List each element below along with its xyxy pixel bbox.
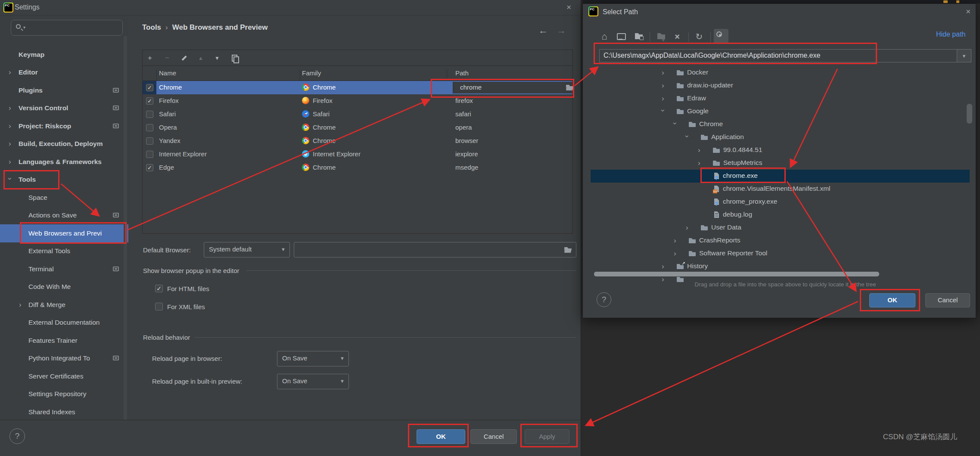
sidebar-item-external-documentation[interactable]: External Documentation (0, 314, 128, 332)
sidebar-item-project-riskcop[interactable]: ›Project: Riskcop (0, 117, 128, 135)
help-button[interactable]: ? (9, 428, 25, 444)
sidebar-scrollbar[interactable] (124, 36, 127, 420)
sidebar-item-build-execution-deploym[interactable]: ›Build, Execution, Deploym (0, 135, 128, 153)
column-header-name[interactable]: Name (159, 69, 176, 77)
sidebar-item-plugins[interactable]: Plugins (0, 81, 128, 99)
tree-item-chrome-exe[interactable]: chrome.exe (591, 170, 970, 183)
sidebar-item-features-trainer[interactable]: Features Trainer (0, 332, 128, 350)
reload-preview-select[interactable]: On Save ▼ (277, 374, 349, 389)
help-button[interactable]: ? (597, 292, 611, 307)
default-browser-select[interactable]: System default ▼ (204, 242, 290, 257)
tree-item-99-0-4844-51[interactable]: ›99.0.4844.51 (591, 144, 970, 157)
chevron-right-icon[interactable]: › (674, 236, 676, 245)
tree-item-application[interactable]: ›Application (591, 131, 970, 144)
chevron-right-icon[interactable]: › (662, 94, 664, 103)
for-html-checkbox[interactable] (155, 285, 163, 292)
chevron-right-icon[interactable]: › (662, 81, 664, 90)
forward-arrow-icon[interactable]: → (557, 25, 566, 36)
sidebar-item-python-integrated-to[interactable]: Python Integrated To (0, 350, 128, 368)
new-folder-icon[interactable] (633, 31, 645, 43)
chevron-right-icon[interactable]: › (9, 122, 11, 130)
for-html-files-row[interactable]: For HTML files (155, 285, 209, 292)
chevron-right-icon[interactable]: › (9, 158, 11, 166)
sidebar-item-diff-merge[interactable]: ›Diff & Merge (0, 296, 128, 314)
checkbox-unchecked[interactable] (146, 111, 153, 118)
breadcrumb-root[interactable]: Tools (142, 23, 161, 31)
tree-item-crashreports[interactable]: ›CrashReports (591, 234, 970, 247)
table-row-safari[interactable]: SafariSafarisafari (143, 108, 572, 121)
for-xml-files-row[interactable]: For XML files (155, 303, 205, 310)
apply-button[interactable]: Apply (525, 429, 569, 444)
chevron-right-icon[interactable]: › (686, 223, 688, 232)
checkbox-checked[interactable] (146, 84, 153, 91)
path-editor-field[interactable]: chrome (453, 82, 577, 93)
tree-item-chrome[interactable]: ›Chrome (591, 118, 970, 131)
table-row-firefox[interactable]: FirefoxFirefoxfirefox (143, 94, 572, 108)
close-icon[interactable]: × (966, 7, 971, 16)
folder-icon[interactable] (564, 247, 572, 253)
chevron-right-icon[interactable]: › (674, 249, 676, 258)
tree-item-debug-log[interactable]: debug.log (591, 208, 970, 221)
chevron-right-icon[interactable]: › (9, 140, 11, 148)
checkbox-checked[interactable] (146, 97, 153, 105)
refresh-icon[interactable]: ↻ (693, 31, 705, 43)
sidebar-item-editor[interactable]: ›Editor (0, 64, 128, 82)
add-icon[interactable]: + (145, 53, 155, 63)
ok-button[interactable]: OK (417, 429, 465, 444)
sidebar-item-tools[interactable]: ›Tools (0, 171, 128, 189)
chevron-down-icon[interactable]: › (6, 177, 14, 180)
sidebar-item-terminal[interactable]: Terminal (0, 260, 128, 278)
tree-item-google[interactable]: ›Google (591, 105, 970, 118)
select-path-cancel-button[interactable]: Cancel (925, 293, 970, 307)
tree-item-chrome-visualelementsmanifest-xml[interactable]: chrome.VisualElementsManifest.xml (591, 183, 970, 195)
back-arrow-icon[interactable]: ← (538, 25, 548, 36)
tree-item-edraw[interactable]: ›Edraw (591, 92, 970, 105)
chevron-right-icon[interactable]: › (698, 146, 700, 155)
sidebar-item-version-control[interactable]: ›Version Control (0, 99, 128, 118)
default-browser-path-field[interactable] (294, 242, 576, 257)
column-header-path[interactable]: Path (455, 69, 469, 77)
move-up-icon[interactable]: ▲ (196, 53, 205, 63)
chevron-right-icon[interactable]: › (19, 301, 22, 309)
folder-icon[interactable] (566, 85, 573, 90)
tree-horizontal-scrollbar[interactable] (594, 272, 879, 276)
sidebar-item-languages-frameworks[interactable]: ›Languages & Frameworks (0, 153, 128, 171)
chevron-down-icon[interactable]: › (671, 122, 679, 125)
reload-browser-select[interactable]: On Save ▼ (277, 351, 349, 366)
search-input[interactable]: ▾ (11, 20, 123, 36)
sidebar-item-settings-repository[interactable]: Settings Repository (0, 385, 128, 403)
checkbox-checked[interactable] (146, 164, 153, 171)
sidebar-item-shared-indexes[interactable]: Shared Indexes (0, 403, 128, 421)
select-path-ok-button[interactable]: OK (869, 293, 915, 307)
sidebar-item-web-browsers-and-previ[interactable]: Web Browsers and Previ (0, 224, 128, 242)
chevron-down-icon[interactable]: › (683, 135, 691, 138)
hide-path-link[interactable]: Hide path (936, 31, 966, 38)
chevron-right-icon[interactable]: › (662, 262, 664, 271)
copy-icon[interactable] (230, 53, 239, 63)
tree-vertical-scrollbar[interactable] (967, 104, 972, 124)
table-row-yandex[interactable]: YandexChromebrowser (143, 134, 572, 148)
delete-icon[interactable]: × (671, 31, 683, 43)
table-row-chrome[interactable]: ChromeChromechrome (143, 81, 572, 94)
tree-item-setupmetrics[interactable]: ›SetupMetrics (591, 157, 970, 170)
tree-item-software-reporter-tool[interactable]: ›Software Reporter Tool (591, 247, 970, 260)
tree-item-chrome-proxy-exe[interactable]: chrome_proxy.exe (591, 195, 970, 208)
table-row-internet-explorer[interactable]: Internet ExplorereInternet Exploreriexpl… (143, 148, 572, 161)
home-icon[interactable]: ⌂ (598, 31, 610, 43)
close-icon[interactable]: × (566, 3, 571, 11)
tree-item-user-data[interactable]: ›User Data (591, 221, 970, 234)
remove-icon[interactable]: − (162, 53, 172, 63)
desktop-icon[interactable] (615, 31, 627, 43)
sidebar-item-server-certificates[interactable]: Server Certificates (0, 367, 128, 385)
locate-file-button[interactable] (714, 29, 728, 43)
sidebar-item-keymap[interactable]: Keymap (0, 46, 128, 64)
table-row-edge[interactable]: EdgeChromemsedge (143, 161, 572, 174)
chevron-right-icon[interactable]: › (9, 68, 11, 77)
checkbox-unchecked[interactable] (146, 137, 153, 145)
tree-item-history[interactable]: ›History (591, 260, 970, 273)
cancel-button[interactable]: Cancel (470, 429, 517, 444)
search-dropdown-caret-icon[interactable]: ▾ (23, 25, 25, 30)
chevron-right-icon[interactable]: › (662, 68, 664, 77)
checkbox-unchecked[interactable] (146, 124, 153, 131)
sidebar-item-actions-on-save[interactable]: Actions on Save (0, 207, 128, 225)
